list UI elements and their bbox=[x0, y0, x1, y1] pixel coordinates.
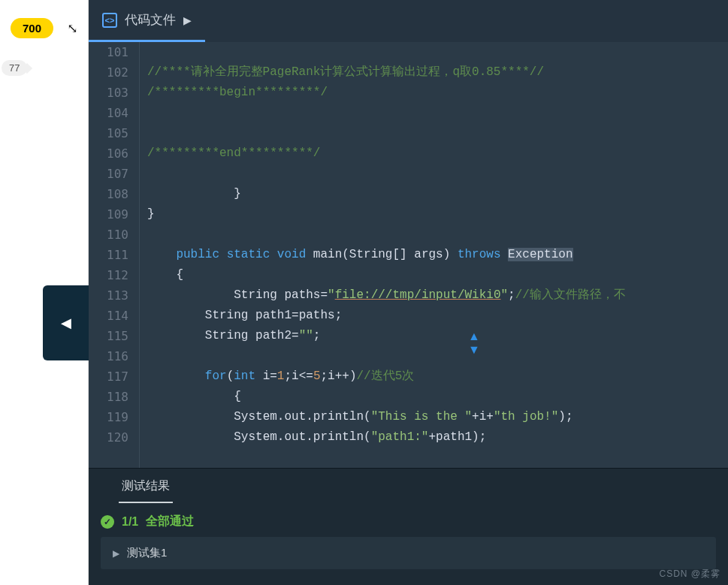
all-pass-text: 全部通过 bbox=[146, 514, 194, 529]
chevron-left-icon: ◀ bbox=[61, 315, 71, 331]
count-bubble[interactable]: 77 bbox=[2, 60, 27, 76]
code-line[interactable] bbox=[147, 103, 728, 123]
code-line[interactable]: public static void main(String[] args) t… bbox=[147, 245, 728, 265]
code-line[interactable] bbox=[147, 42, 728, 62]
line-number: 111 bbox=[89, 245, 128, 265]
tab-bar: <> 代码文件 ▶ bbox=[89, 0, 728, 42]
code-line[interactable]: String path2=""; bbox=[147, 326, 728, 346]
line-number: 102 bbox=[89, 62, 128, 83]
tab-code-file[interactable]: <> 代码文件 ▶ bbox=[89, 0, 205, 42]
code-line[interactable]: for(int i=1;i<=5;i++)//迭代5次 bbox=[147, 366, 728, 387]
code-area[interactable]: //****请补全用完整PageRank计算公式计算输出过程，q取0.85***… bbox=[140, 42, 728, 468]
code-line[interactable] bbox=[147, 164, 728, 184]
test-set-1[interactable]: ▶ 测试集1 bbox=[101, 537, 716, 569]
tab-label: 代码文件 bbox=[125, 11, 176, 29]
line-number: 116 bbox=[89, 346, 128, 366]
code-line[interactable]: //****请补全用完整PageRank计算公式计算输出过程，q取0.85***… bbox=[147, 62, 728, 83]
results-summary: ✓ 1/1 全部通过 bbox=[89, 503, 728, 537]
line-gutter: 1011021031041051061071081091101111121131… bbox=[89, 42, 140, 468]
line-number: 118 bbox=[89, 387, 128, 407]
line-number: 113 bbox=[89, 285, 128, 306]
test-set-label: 测试集1 bbox=[127, 546, 167, 560]
line-number: 103 bbox=[89, 83, 128, 103]
code-line[interactable]: /*********begin*********/ bbox=[147, 83, 728, 103]
triangle-right-icon: ▶ bbox=[113, 548, 119, 559]
line-number: 114 bbox=[89, 306, 128, 326]
code-line[interactable]: System.out.println("This is the "+i+"th … bbox=[147, 407, 728, 427]
left-sidebar: 700 ⤢ 77 ◀ bbox=[0, 0, 89, 585]
code-line[interactable]: { bbox=[147, 387, 728, 407]
line-number: 106 bbox=[89, 143, 128, 164]
code-line[interactable]: System.out.println("path1:"+path1); bbox=[147, 427, 728, 448]
line-number: 104 bbox=[89, 103, 128, 123]
results-tabs: 测试结果 bbox=[89, 469, 728, 503]
code-line[interactable] bbox=[147, 123, 728, 143]
code-editor[interactable]: 1011021031041051061071081091101111121131… bbox=[89, 42, 728, 468]
code-line[interactable]: } bbox=[147, 184, 728, 204]
watermark-text: CSDN @柔雾 bbox=[659, 568, 720, 580]
code-line[interactable]: { bbox=[147, 265, 728, 285]
check-circle-icon: ✓ bbox=[101, 515, 114, 529]
line-number: 110 bbox=[89, 225, 128, 245]
line-number: 105 bbox=[89, 123, 128, 143]
play-icon: ▶ bbox=[183, 14, 192, 26]
line-number: 115 bbox=[89, 326, 128, 346]
tab-test-results[interactable]: 测试结果 bbox=[119, 471, 173, 503]
line-number: 120 bbox=[89, 427, 128, 448]
score-text: 1/1 bbox=[122, 515, 138, 529]
code-line[interactable]: } bbox=[147, 204, 728, 225]
line-number: 117 bbox=[89, 366, 128, 387]
line-number: 109 bbox=[89, 204, 128, 225]
line-number: 108 bbox=[89, 184, 128, 204]
code-line[interactable]: String path1=paths; bbox=[147, 306, 728, 326]
sidebar-header: 700 ⤢ bbox=[0, 0, 88, 57]
time-pill[interactable]: 700 bbox=[11, 18, 53, 38]
collapse-handle[interactable]: ◀ bbox=[43, 285, 89, 360]
line-number: 101 bbox=[89, 42, 128, 62]
code-line[interactable]: String paths="file:///tmp/input/Wiki0";/… bbox=[147, 285, 728, 306]
line-number: 112 bbox=[89, 265, 128, 285]
line-number: 107 bbox=[89, 164, 128, 184]
code-line[interactable]: /*********end**********/ bbox=[147, 143, 728, 164]
code-icon: <> bbox=[102, 13, 117, 28]
main-panel: <> 代码文件 ▶ 101102103104105106107108109110… bbox=[89, 0, 728, 585]
line-number: 119 bbox=[89, 407, 128, 427]
expand-icon[interactable]: ⤢ bbox=[66, 23, 79, 34]
code-line[interactable] bbox=[147, 225, 728, 245]
results-panel: 测试结果 ✓ 1/1 全部通过 ▶ 测试集1 bbox=[89, 468, 728, 585]
code-line[interactable] bbox=[147, 346, 728, 366]
